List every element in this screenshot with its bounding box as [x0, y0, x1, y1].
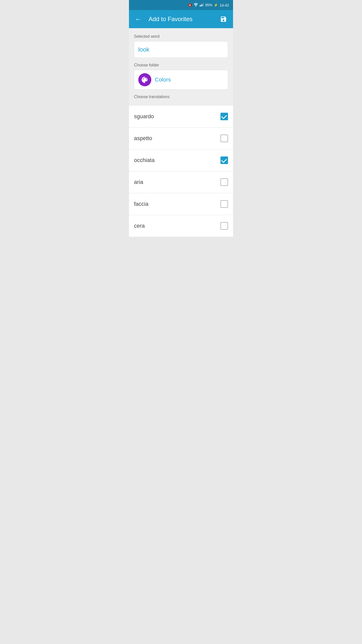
- svg-rect-5: [203, 3, 204, 6]
- translation-checkbox[interactable]: [220, 135, 228, 142]
- translation-text: occhiata: [134, 157, 155, 164]
- folder-selector[interactable]: Colors: [134, 70, 228, 90]
- status-time: 14:42: [219, 3, 229, 7]
- translation-item[interactable]: occhiata: [129, 149, 233, 171]
- translation-item[interactable]: cera: [129, 215, 233, 237]
- translation-text: aria: [134, 179, 143, 185]
- translation-text: cera: [134, 223, 145, 229]
- translation-checkbox[interactable]: [220, 113, 228, 120]
- mute-icon: 🔇: [188, 3, 192, 7]
- svg-rect-3: [202, 4, 202, 6]
- selected-word-value: look: [138, 46, 149, 53]
- folder-icon-circle: [138, 73, 151, 86]
- translation-item[interactable]: aria: [129, 171, 233, 193]
- selected-word-label: Selected word: [134, 34, 228, 39]
- signal-icon: [200, 3, 204, 7]
- charging-icon: ⚡: [214, 3, 218, 7]
- translation-checkbox[interactable]: [220, 178, 228, 186]
- app-bar: ← Add to Favorites: [129, 10, 233, 28]
- translation-text: aspetto: [134, 135, 152, 142]
- translation-text: faccia: [134, 201, 148, 207]
- svg-rect-1: [200, 5, 200, 6]
- wifi-icon: [194, 3, 198, 7]
- svg-rect-4: [202, 4, 203, 6]
- folder-name: Colors: [155, 76, 171, 83]
- status-bar: 🔇 95% ⚡ 14:42: [129, 0, 233, 10]
- translation-text: sguardo: [134, 113, 154, 120]
- page-title: Add to Favorites: [149, 16, 213, 23]
- save-button[interactable]: [218, 14, 229, 25]
- content-area: Selected word look Choose folder Colors …: [129, 28, 233, 106]
- translation-item[interactable]: sguardo: [129, 106, 233, 128]
- translation-checkbox[interactable]: [220, 200, 228, 208]
- translation-checkbox[interactable]: [220, 222, 228, 230]
- back-button[interactable]: ←: [133, 13, 144, 25]
- translations-list: sguardoaspettoocchiataariafacciacera: [129, 106, 233, 237]
- translation-item[interactable]: faccia: [129, 193, 233, 215]
- battery-level: 95%: [205, 3, 212, 7]
- svg-point-0: [196, 6, 196, 6]
- translation-item[interactable]: aspetto: [129, 128, 233, 149]
- status-icons: 🔇 95% ⚡ 14:42: [188, 3, 229, 7]
- save-icon: [220, 16, 227, 23]
- palette-icon: [141, 76, 149, 84]
- translation-checkbox[interactable]: [220, 156, 228, 164]
- choose-folder-label: Choose folder: [134, 63, 228, 67]
- choose-translations-label: Choose translations: [134, 95, 228, 99]
- svg-rect-2: [201, 5, 201, 6]
- selected-word-container: look: [134, 41, 228, 58]
- back-arrow-icon: ←: [135, 15, 142, 23]
